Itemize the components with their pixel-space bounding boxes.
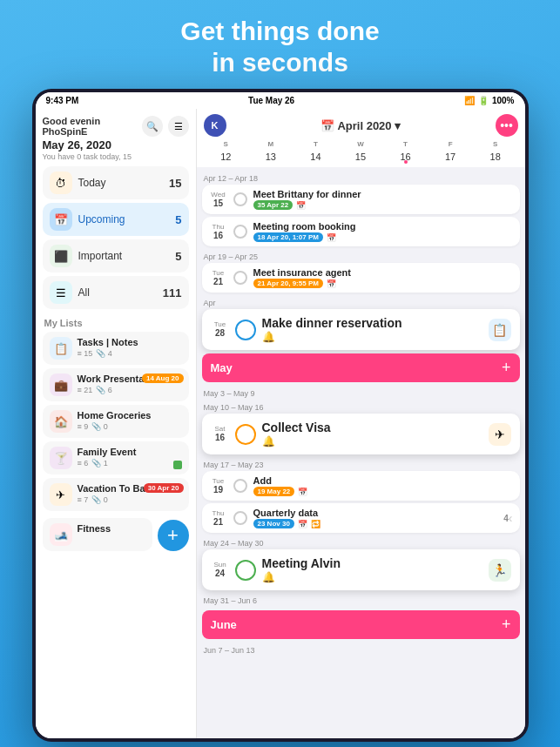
task-dinner-reservation[interactable]: Tue 28 Make dinner reservation 🔔 📋	[202, 309, 520, 350]
list-item-family-event[interactable]: 🍸 Family Event ≡ 6 📎 1	[43, 441, 189, 474]
cal-date-17[interactable]: 17	[428, 150, 473, 164]
calendar-small-icon: 📅	[296, 201, 306, 210]
add-button[interactable]: +	[158, 520, 189, 551]
calendar-header: K 📅 April 2020 ▾ ••• S M T W T	[197, 109, 525, 167]
task-tag-quarterly: 23 Nov 30	[253, 519, 294, 528]
task-tag: 21 Apr 20, 9:55 PM	[253, 279, 323, 288]
repeat-icon: 🔁	[311, 520, 320, 528]
fitness-icon: 🎿	[50, 523, 72, 546]
family-event-count2: 📎 1	[91, 459, 108, 468]
week-range-may2: May 10 – May 16	[202, 400, 520, 414]
smart-list-all[interactable]: ☰ All 111	[43, 276, 189, 309]
battery-icon: 🔋	[478, 96, 489, 105]
calendar-day-headers: S M T W T F S	[204, 140, 518, 148]
cal-date-15[interactable]: 15	[338, 150, 383, 164]
important-label: Important	[78, 250, 123, 262]
cal-date-18[interactable]: 18	[473, 150, 518, 164]
task-tag: 18 Apr 20, 1:07 PM	[253, 232, 323, 242]
week-range-1: Apr 12 – Apr 18	[202, 171, 520, 185]
alarm-icon: 🔔	[262, 331, 275, 343]
task-circle[interactable]	[233, 192, 247, 206]
cal-date-16[interactable]: 16	[383, 150, 428, 164]
week-range-may4: May 24 – May 30	[202, 535, 520, 549]
list-item-work-pres[interactable]: 💼 Work Presentation ≡ 21 📎 6 14 Aug 20	[43, 368, 189, 401]
task-tag: 35 Apr 22	[253, 200, 293, 210]
task-circle[interactable]	[233, 511, 247, 525]
may-add-button[interactable]: +	[502, 359, 511, 377]
task-circle[interactable]	[233, 479, 247, 493]
family-event-flag	[173, 461, 182, 469]
home-groc-icon: 🏠	[50, 410, 72, 433]
device-frame: 9:43 PM Tue May 26 📶 🔋 100% Good evenin …	[32, 89, 529, 742]
may-banner[interactable]: May +	[202, 353, 520, 382]
main-content: K 📅 April 2020 ▾ ••• S M T W T	[197, 109, 525, 738]
task-add[interactable]: Tue 19 Add 19 May 22 📅	[202, 471, 520, 501]
sidebar-username: PhoSpinE	[43, 126, 101, 137]
smart-list-upcoming[interactable]: 📅 Upcoming 5	[43, 203, 189, 236]
today-count: 15	[169, 177, 181, 190]
all-icon: ☰	[50, 281, 72, 304]
task-circle-large[interactable]	[235, 320, 256, 340]
calendar-small-icon: 📅	[327, 233, 336, 242]
filter-icon[interactable]: ☰	[168, 116, 189, 137]
tasks-notes-count1: ≡ 15	[78, 349, 93, 358]
week-range-may3: May 17 – May 23	[202, 457, 520, 471]
june-add-button[interactable]: +	[502, 616, 511, 634]
more-options-button[interactable]: •••	[496, 114, 518, 137]
important-icon: ⬛	[50, 245, 72, 267]
task-quarterly[interactable]: Thu 21 Quarterly data 23 Nov 30 📅 🔁	[202, 503, 520, 533]
alarm-icon3: 🔔	[262, 571, 275, 583]
cal-date-12[interactable]: 12	[204, 150, 249, 164]
search-icon[interactable]: 🔍	[142, 116, 163, 137]
all-count: 111	[163, 286, 182, 299]
task-circle[interactable]	[233, 271, 247, 285]
battery-percent: 100%	[492, 96, 515, 105]
sidebar-subtitle: You have 0 task today, 15	[43, 152, 189, 161]
june-banner[interactable]: June +	[202, 610, 520, 639]
vacation-badge: 30 Apr 20	[144, 483, 184, 493]
cal-date-14[interactable]: 14	[293, 150, 339, 164]
visa-icon-right: ✈	[489, 423, 511, 446]
task-insurance[interactable]: Tue 21 Meet insurance agent 21 Apr 20, 9…	[202, 263, 520, 293]
task-meet-brittany[interactable]: Wed 15 Meet Brittany for dinner 35 Apr 2…	[202, 185, 520, 214]
wifi-icon: 📶	[464, 96, 475, 105]
smart-list-today[interactable]: ⏱ Today 15	[43, 166, 189, 199]
week-range-may5: May 31 – Jun 6	[202, 593, 520, 607]
vacation-count1: ≡ 7	[78, 495, 89, 504]
work-pres-count2: 📎 6	[96, 386, 112, 394]
task-title-visa: Collect Visa	[262, 421, 489, 434]
list-item-home-groc[interactable]: 🏠 Home Groceries ≡ 9 📎 0	[43, 405, 189, 438]
task-title: Meet insurance agent	[253, 267, 513, 278]
cal-date-13[interactable]: 13	[248, 150, 293, 164]
task-meeting-alvin[interactable]: Sun 24 Meeting Alvin 🔔 🏃	[202, 549, 520, 590]
cal-icon-add: 📅	[298, 488, 307, 496]
task-circle-alvin[interactable]	[235, 560, 256, 581]
task-circle[interactable]	[233, 225, 247, 239]
important-count: 5	[175, 250, 181, 263]
device-screen: 9:43 PM Tue May 26 📶 🔋 100% Good evenin …	[36, 92, 525, 738]
home-groc-count2: 📎 0	[91, 422, 108, 431]
smart-list-important[interactable]: ⬛ Important 5	[43, 239, 189, 273]
task-title-quarterly: Quarterly data	[253, 508, 504, 518]
tasks-notes-icon: 📋	[50, 337, 72, 360]
list-item-vacation[interactable]: ✈ Vacation To Bali ≡ 7 📎 0 30 Apr 20	[43, 478, 189, 511]
calendar-small-icon: 📅	[327, 279, 336, 288]
chevron-down-icon: ▾	[395, 119, 401, 132]
hero-section: Get things done in seconds	[180, 0, 379, 89]
task-list: Apr 12 – Apr 18 Wed 15 Meet Brittany for…	[197, 167, 525, 738]
week-range-jun1: Jun 7 – Jun 13	[202, 643, 520, 656]
upcoming-icon: 📅	[50, 208, 72, 231]
cal-icon-quarterly: 📅	[298, 520, 307, 528]
family-event-name: Family Event	[78, 447, 182, 457]
fitness-name: Fitness	[78, 523, 145, 534]
task-circle-visa[interactable]	[235, 424, 256, 445]
june-banner-text: June	[211, 618, 237, 631]
status-icons: 📶 🔋 100%	[464, 96, 515, 105]
task-collect-visa[interactable]: Sat 16 Collect Visa 🔔 ✈	[202, 414, 520, 454]
list-item-tasks-notes[interactable]: 📋 Tasks | Notes ≡ 15 📎 4	[43, 332, 189, 365]
task-meeting-room[interactable]: Thu 16 Meeting room booking 18 Apr 20, 1…	[202, 217, 520, 246]
list-item-fitness[interactable]: 🎿 Fitness	[43, 518, 152, 551]
sidebar-date: May 26, 2020	[43, 138, 189, 151]
user-avatar[interactable]: K	[204, 114, 226, 137]
alvin-icon-right: 🏃	[489, 559, 511, 582]
